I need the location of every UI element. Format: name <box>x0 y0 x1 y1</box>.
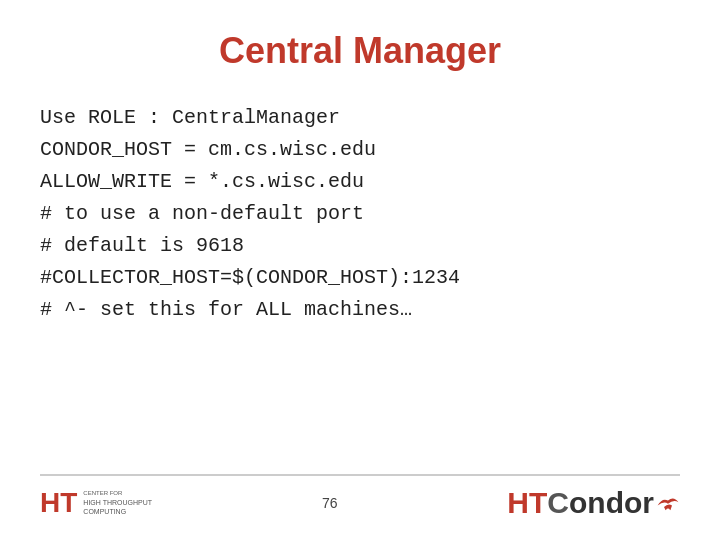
code-line-7: # ^- set this for ALL machines… <box>40 294 680 326</box>
code-line-4: # to use a non-default port <box>40 198 680 230</box>
code-line-5: # default is 9618 <box>40 230 680 262</box>
ht-logo-text: CENTER FOR HIGH THROUGHPUT COMPUTING <box>83 490 152 516</box>
htcondor-c-letter: C <box>547 486 569 520</box>
ht-logo-letters: HT <box>40 489 77 517</box>
ht-logo: HT CENTER FOR HIGH THROUGHPUT COMPUTING <box>40 489 152 517</box>
ht-logo-line1: CENTER FOR <box>83 490 152 498</box>
htcondor-logo: HT C ondor <box>507 486 680 520</box>
slide: Central Manager Use ROLE : CentralManage… <box>0 0 720 540</box>
ht-logo-line2: HIGH THROUGHPUT <box>83 498 152 507</box>
code-block: Use ROLE : CentralManager CONDOR_HOST = … <box>40 102 680 464</box>
code-line-2: CONDOR_HOST = cm.cs.wisc.edu <box>40 134 680 166</box>
condor-bird-icon <box>656 491 680 515</box>
code-line-6: #COLLECTOR_HOST=$(CONDOR_HOST):1234 <box>40 262 680 294</box>
footer: HT CENTER FOR HIGH THROUGHPUT COMPUTING … <box>40 474 680 520</box>
ht-logo-line3: COMPUTING <box>83 507 152 516</box>
htcondor-ht-letters: HT <box>507 486 547 520</box>
htcondor-ondor-letters: ondor <box>569 486 654 520</box>
slide-title: Central Manager <box>40 30 680 72</box>
code-line-1: Use ROLE : CentralManager <box>40 102 680 134</box>
code-line-3: ALLOW_WRITE = *.cs.wisc.edu <box>40 166 680 198</box>
page-number: 76 <box>322 495 338 511</box>
footer-left: HT CENTER FOR HIGH THROUGHPUT COMPUTING <box>40 489 152 517</box>
